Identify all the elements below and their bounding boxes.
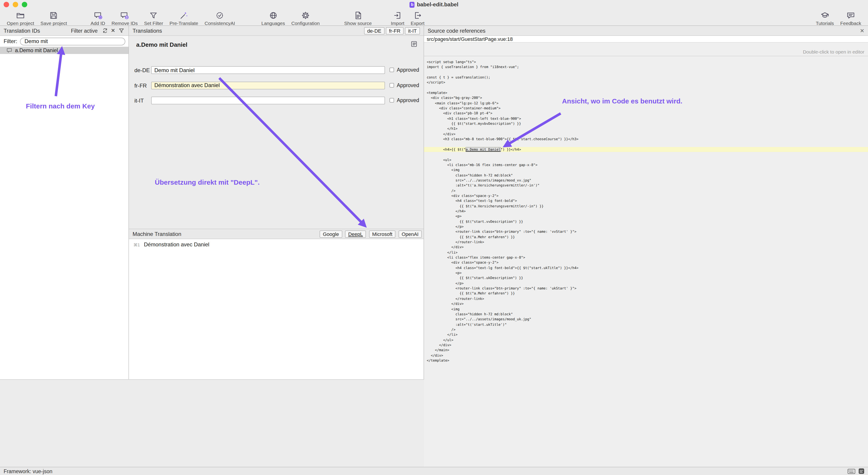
code-line: </div> [424,132,868,137]
translation-row-it: it-IT Approved [129,97,424,104]
code-line: <li class="flex items-center gap-x-8"> [424,255,868,260]
locale-button-fr[interactable]: fr-FR [386,27,404,34]
approved-label: Approved [397,67,419,73]
code-line: </div> [424,342,868,348]
code-line: <img [424,167,868,173]
mt-suggestion-row[interactable]: ⌘1 Démonstration avec Daniel [133,241,209,248]
code-line: </li> [424,250,868,255]
translations-body: a.Demo mit Daniel de-DE Approved fr-FR A… [129,36,424,229]
framework-label: Framework: vue-json [4,468,53,474]
code-line: {{ $t("start.ukDescription") }} [424,276,868,281]
panel-title: Source code references [428,28,486,34]
code-line: <h4>{{ $t("a.Demo mit Daniel") }}</h4> [424,147,868,152]
code-line: <h4 class="text-lg font-bold">{{ $t("sta… [424,265,868,271]
panel-title: Translation IDs [4,28,40,34]
toolbar-label: Import [391,21,404,26]
consistency-ai-button[interactable]: ConsistencyAI [202,9,238,26]
mt-provider-deepl[interactable]: DeepL [345,230,366,238]
mt-suggestion-text: Démonstration avec Daniel [144,241,209,248]
show-source-button[interactable]: Show source [341,9,375,26]
import-button[interactable]: Import [388,9,408,26]
code-line: </div> [424,245,868,250]
code-line: </router-link> [424,296,868,302]
export-button[interactable]: Export [407,9,428,26]
keyboard-shortcuts-button[interactable] [847,468,855,474]
code-line: <li class="mb-16 flex items-center gap-x… [424,162,868,168]
keyboard-icon [847,468,855,474]
remove-ids-button[interactable]: Remove IDs [108,9,141,26]
code-line [424,85,868,90]
translations-panel: Translations de-DE fr-FR it-IT a.Demo mi… [129,26,424,379]
mt-provider-openai[interactable]: OpenAI [398,230,422,238]
save-project-button[interactable]: Save project [37,9,70,26]
pre-translate-button[interactable]: Pre-Translate [166,9,202,26]
code-line: <div class="space-y-2"> [424,260,868,265]
log-panel-button[interactable] [859,468,864,474]
translation-id-label: a.Demo mit Daniel [15,48,58,53]
translation-id-item-selected[interactable]: a.Demo mit Daniel [0,47,128,54]
code-line: {{ $t("a.Mehr erfahren") }} [424,234,868,240]
source-code-references-panel: Source code references ✕ src/pages/start… [424,26,868,467]
zoom-window-button[interactable] [22,2,27,7]
add-id-button[interactable]: Add ID [87,9,108,26]
highlighted-translation-id[interactable]: a.Demo mit Daniel [466,147,501,151]
toolbar-label: Show source [344,21,372,26]
magic-wand-icon [179,10,188,20]
code-line: <h3 class="mb-8 text-blue-900">{{ $t("st… [424,137,868,142]
code-line: <div class="container-medium"> [424,106,868,111]
toolbar-label: Tutorials [816,21,834,26]
code-line: <img [424,306,868,312]
filter-input[interactable] [20,37,125,45]
locale-button-de[interactable]: de-DE [364,27,384,34]
annotation-source-usage: Ansicht, wo im Code es benutzt wird. [562,97,682,105]
code-line: </script> [424,80,868,85]
graduation-cap-icon [820,10,829,20]
code-line: </h1> [424,126,868,132]
mt-provider-microsoft[interactable]: Microsoft [369,230,395,238]
configuration-button[interactable]: Configuration [288,9,323,26]
bubble-icon [6,48,12,53]
code-line: </p> [424,224,868,229]
close-window-button[interactable] [4,2,9,7]
approved-checkbox-fr[interactable] [390,83,394,87]
close-panel-button[interactable]: ✕ [860,28,864,34]
translation-input-de[interactable] [151,66,385,74]
translation-input-fr[interactable] [151,81,385,89]
languages-button[interactable]: Languages [258,9,288,26]
code-line: <div class="pb-10 pt-4"> [424,111,868,116]
open-project-button[interactable]: Open project [4,9,37,26]
toolbar-label: Remove IDs [112,21,138,26]
translation-input-it[interactable] [151,97,385,104]
mt-provider-google[interactable]: Google [319,230,342,238]
refresh-filter-button[interactable] [101,27,108,34]
source-code-view[interactable]: <script setup lang="ts">import { useTran… [424,56,868,467]
panel-title: Translations [132,28,162,34]
close-icon: ✕ [111,28,115,34]
entry-note-button[interactable] [411,41,417,49]
approved-label: Approved [397,98,419,103]
approved-checkbox-de[interactable] [390,68,394,72]
clear-filter-button[interactable]: ✕ [110,27,117,34]
bubble-plus-icon [93,10,102,20]
lang-label: it-IT [134,98,144,104]
feedback-bubble-icon [846,10,855,20]
babeledit-window: b babel-edit.babel Open project Save pro… [0,0,868,475]
set-filter-button[interactable]: Set Filter [141,9,166,26]
source-reference-path: src/pages/start/GuestStartPage.vue:18 [427,36,513,42]
code-line: {{ $t("start.vvDescription") }} [424,219,868,224]
empty-bottom-strip [0,379,424,467]
feedback-button[interactable]: Feedback [837,9,864,26]
source-reference-row[interactable]: src/pages/start/GuestStartPage.vue:18 [424,36,868,43]
filter-panel-button[interactable] [118,27,125,34]
minimize-window-button[interactable] [13,2,18,7]
locale-button-it[interactable]: it-IT [405,27,420,34]
machine-translation-header: Machine Translation Google DeepL Microso… [129,229,424,239]
code-line: /> [424,188,868,193]
approved-checkbox-it[interactable] [390,98,394,103]
code-line [424,142,868,147]
tutorials-button[interactable]: Tutorials [813,9,837,26]
folder-open-icon [16,10,25,20]
filter-label: Filter: [4,38,17,44]
code-line [424,152,868,157]
code-line: /> [424,327,868,332]
